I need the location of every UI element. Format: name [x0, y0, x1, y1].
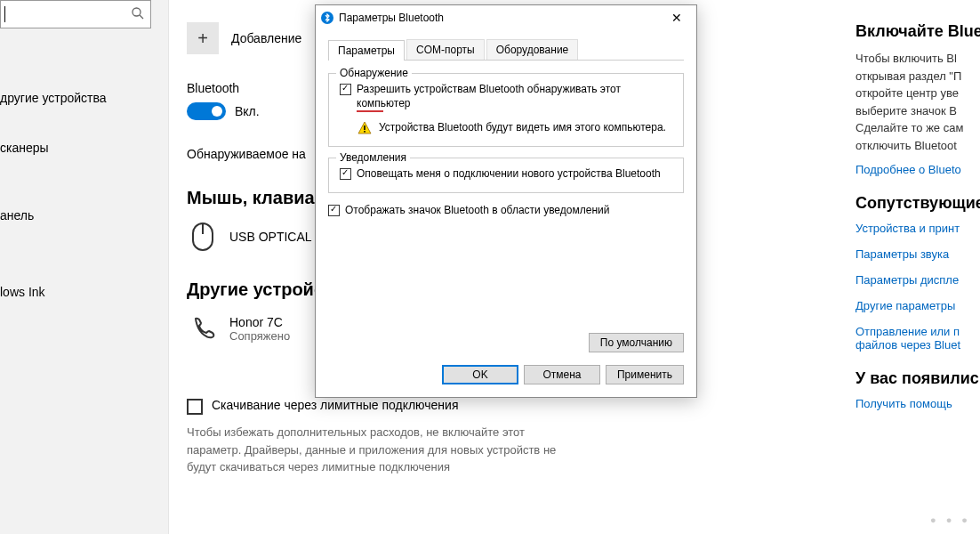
discovery-legend: Обнаружение: [336, 67, 412, 79]
link-send-files[interactable]: Отправление или п файлов через Bluet: [855, 325, 980, 352]
notifications-fieldset: Уведомления Оповещать меня о подключении…: [328, 158, 684, 193]
toggle-state-label: Вкл.: [235, 104, 260, 118]
bluetooth-icon: [321, 12, 333, 24]
link-display-settings[interactable]: Параметры диспле: [855, 273, 980, 287]
plus-icon: +: [197, 28, 208, 49]
ok-button[interactable]: OK: [442, 365, 518, 384]
nav-panel[interactable]: анель: [0, 199, 168, 231]
tab-hardware[interactable]: Оборудование: [486, 39, 579, 60]
left-sidebar: другие устройства сканеры анель lows Ink: [0, 0, 169, 534]
tray-icon-label: Отображать значок Bluetooth в области ув…: [345, 204, 609, 218]
right-sidebar: Включайте Bluetoo Чтобы включить Bl откр…: [855, 0, 980, 534]
close-button[interactable]: ✕: [663, 8, 691, 28]
metered-label: Скачивание через лимитные подключения: [212, 398, 458, 412]
default-button[interactable]: По умолчанию: [589, 333, 684, 352]
search-input[interactable]: [0, 0, 151, 28]
nav-windows-ink[interactable]: lows Ink: [0, 276, 168, 308]
apply-button[interactable]: Применить: [606, 365, 684, 384]
warning-icon: [357, 121, 372, 135]
metered-checkbox[interactable]: [187, 399, 203, 415]
add-device-button[interactable]: +: [187, 22, 219, 54]
svg-point-0: [133, 8, 141, 16]
dialog-title: Параметры Bluetooth: [339, 12, 663, 24]
link-more-bluetooth[interactable]: Подробнее о Blueto: [855, 163, 980, 176]
bluetooth-toggle[interactable]: [187, 102, 226, 120]
dialog-tabs: Параметры COM-порты Оборудование: [328, 39, 684, 61]
right-text-1: Чтобы включить Bl открывая раздел "П отк…: [855, 50, 980, 154]
highlight-underline: [357, 110, 383, 112]
nav-scanners[interactable]: сканеры: [0, 132, 168, 164]
link-other-settings[interactable]: Другие параметры: [855, 299, 980, 312]
resize-grip-icon: ● ● ●: [930, 514, 971, 525]
discovery-label: Разрешить устройствам Bluetooth обнаружи…: [357, 83, 672, 110]
right-heading-2: Сопутствующие па: [855, 194, 980, 213]
right-heading-3: У вас появились в: [855, 369, 980, 388]
dialog-titlebar[interactable]: Параметры Bluetooth ✕: [316, 5, 696, 30]
search-icon: [131, 6, 145, 23]
right-heading-1: Включайте Bluetoo: [855, 22, 980, 41]
discovery-warning: Устройства Bluetooth будут видеть имя эт…: [379, 121, 666, 135]
discovery-checkbox[interactable]: [340, 84, 351, 95]
notify-checkbox[interactable]: [340, 168, 351, 180]
device-name: Honor 7C: [229, 315, 290, 329]
tab-com-ports[interactable]: COM-порты: [406, 39, 485, 60]
metered-description: Чтобы избежать дополнительных расходов, …: [187, 424, 578, 476]
mouse-icon: [187, 221, 219, 253]
tab-parameters[interactable]: Параметры: [328, 40, 405, 61]
nav-other-devices[interactable]: другие устройства: [0, 82, 168, 114]
notifications-legend: Уведомления: [336, 151, 410, 164]
device-name: USB OPTICAL: [229, 230, 312, 244]
tray-icon-checkbox[interactable]: [328, 205, 340, 216]
link-sound-settings[interactable]: Параметры звука: [855, 247, 980, 261]
svg-rect-4: [364, 125, 365, 130]
svg-rect-5: [364, 131, 365, 133]
discovery-fieldset: Обнаружение Разрешить устройствам Blueto…: [328, 73, 684, 147]
add-device-label: Добавление: [231, 31, 301, 45]
device-status: Сопряжено: [229, 329, 290, 343]
notify-label: Оповещать меня о подключении нового устр…: [357, 167, 661, 182]
close-icon: ✕: [671, 11, 682, 25]
svg-line-1: [140, 15, 143, 19]
cancel-button[interactable]: Отмена: [524, 365, 600, 384]
phone-icon: [187, 312, 219, 344]
link-get-help[interactable]: Получить помощь: [855, 397, 980, 410]
link-devices-printers[interactable]: Устройства и принт: [855, 222, 980, 235]
bluetooth-params-dialog: Параметры Bluetooth ✕ Параметры COM-порт…: [315, 4, 697, 398]
